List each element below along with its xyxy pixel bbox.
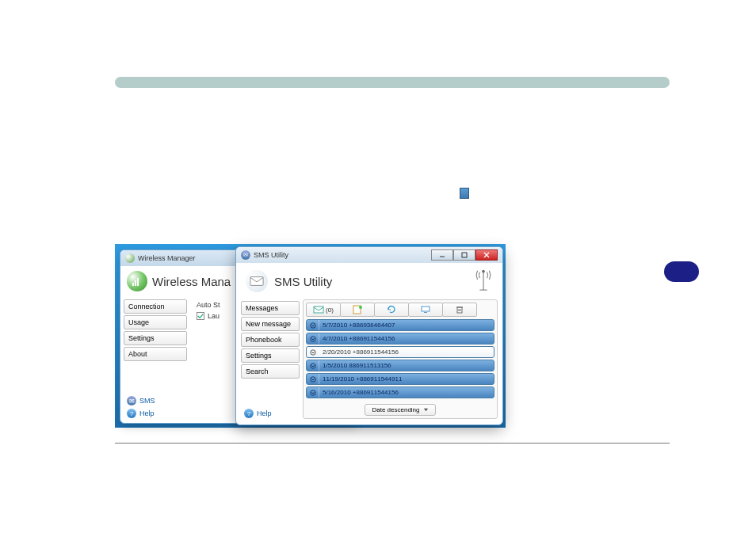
message-list: 5/7/2010 +8869364644074/7/2010 +88691154… [306,319,494,398]
chevron-down-icon[interactable] [307,374,319,384]
section-divider [115,77,670,88]
minimize-button[interactable] [431,249,453,261]
envelope-icon [246,270,268,292]
message-text: 4/7/2010 +886911544156 [319,335,398,342]
message-text: 5/7/2010 +886936464407 [319,322,398,329]
wm-help-link[interactable]: ? Help [127,409,155,418]
sms-header-title: SMS Utility [274,275,332,288]
wm-side-usage[interactable]: Usage [124,315,187,329]
inbox-count: (0) [326,306,334,314]
wm-side-settings[interactable]: Settings [124,331,187,345]
envelope-icon: ✉ [241,250,250,260]
monitor-button[interactable] [408,303,443,317]
chevron-down-icon[interactable] [307,333,319,344]
screenshot-container: Wireless Manager Wireless Mana Connectio… [115,244,506,428]
svg-point-15 [310,349,315,354]
svg-point-6 [359,306,362,309]
sms-side-phonebook[interactable]: Phonebook [241,333,300,347]
message-text: 1/5/2010 886911513156 [319,362,395,369]
message-row[interactable]: 4/7/2010 +886911544156 [306,333,494,345]
chevron-down-icon[interactable] [307,320,319,330]
chevron-down-icon[interactable] [307,347,319,357]
svg-rect-2 [250,277,263,286]
svg-rect-7 [422,306,430,311]
svg-rect-4 [314,306,323,313]
sms-help-link[interactable]: ? Help [244,409,272,418]
sms-win-title: SMS Utility [254,251,288,259]
wm-header-title: Wireless Mana [152,275,231,288]
sms-titlebar[interactable]: ✉ SMS Utility [236,247,502,263]
help-icon: ? [244,409,254,418]
sort-dropdown[interactable]: Date descending [365,404,435,416]
sms-side-settings[interactable]: Settings [241,348,300,363]
svg-point-3 [483,270,485,272]
wm-side-about[interactable]: About [124,347,187,361]
sms-side-messages[interactable]: Messages [241,301,300,315]
svg-point-14 [310,336,315,341]
svg-rect-9 [457,307,462,313]
chevron-down-icon[interactable] [307,387,319,398]
sms-help-text: Help [257,409,272,417]
sms-sidebar: Messages New message Phonebook Settings … [239,299,301,419]
page-marker-pill [664,261,699,282]
wm-side-connection[interactable]: Connection [124,299,187,314]
wm-sidebar: Connection Usage Settings About [120,296,190,364]
sms-toolbar: (0) [306,303,494,317]
new-button[interactable] [340,303,375,317]
sms-side-search[interactable]: Search [241,364,300,379]
sms-utility-window: ✉ SMS Utility SMS Utility Messages [235,246,503,425]
svg-point-17 [310,376,315,381]
wm-sms-text: SMS [139,397,155,405]
message-text: 11/19/2010 +886911544911 [319,375,405,383]
message-row[interactable]: 2/20/2010 +886911544156 [306,346,494,358]
svg-point-18 [310,390,315,394]
sms-header: SMS Utility [236,263,502,299]
message-text: 2/20/2010 +886911544156 [319,348,402,356]
message-row[interactable]: 5/7/2010 +886936464407 [306,319,494,331]
wm-title: Wireless Manager [138,254,196,262]
wm-launch-checkbox[interactable] [197,312,204,320]
close-button[interactable] [475,249,498,261]
message-text: 5/16/2010 +886911544156 [319,389,402,396]
inbox-button[interactable]: (0) [306,303,341,317]
sms-body: Messages New message Phonebook Settings … [236,299,502,419]
delete-button[interactable] [442,303,477,317]
message-row[interactable]: 1/5/2010 886911513156 [306,360,494,371]
help-icon: ? [127,409,136,418]
signal-icon [125,253,135,263]
antenna-icon [474,268,493,295]
svg-rect-1 [462,253,467,257]
message-row[interactable]: 5/16/2010 +886911544156 [306,386,494,398]
signal-icon [127,271,147,291]
wm-help-text: Help [139,409,155,417]
sms-side-newmessage[interactable]: New message [241,317,300,331]
svg-point-16 [310,363,315,367]
message-row[interactable]: 11/19/2010 +886911544911 [306,373,494,385]
wm-sms-link[interactable]: ✉ SMS [127,396,155,405]
app-icon-inline [460,188,469,199]
sms-main-panel: (0) 5/7/2010 +8869364644074/7/2010 +8869… [303,299,498,419]
bottom-divider [115,443,670,444]
sort-label: Date descending [372,406,419,413]
maximize-button[interactable] [453,249,475,261]
chevron-down-icon[interactable] [307,360,319,371]
sms-icon: ✉ [127,396,136,405]
wm-launch-label: Lau [208,312,220,320]
refresh-button[interactable] [374,303,409,317]
svg-point-13 [310,322,315,327]
svg-rect-8 [424,312,427,313]
